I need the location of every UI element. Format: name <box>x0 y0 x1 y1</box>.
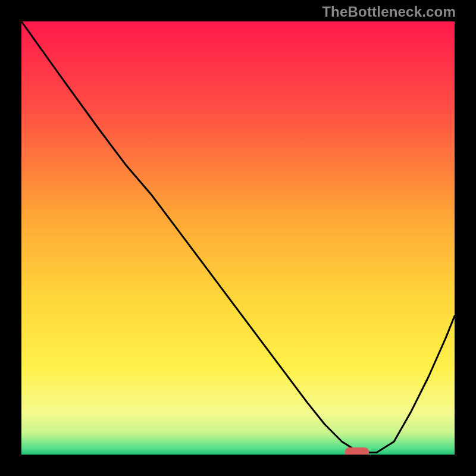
plot-area <box>21 21 455 455</box>
bottleneck-curve <box>21 21 455 455</box>
watermark-text: TheBottleneck.com <box>322 4 456 20</box>
optimal-point-marker <box>345 447 369 455</box>
chart-frame: TheBottleneck.com <box>0 0 476 476</box>
